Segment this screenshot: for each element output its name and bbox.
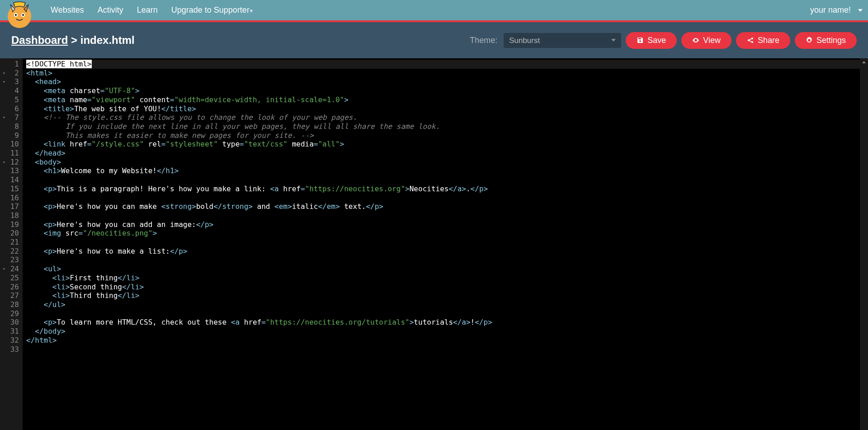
line-number: 18 — [4, 211, 19, 220]
line-number: 9 — [4, 131, 19, 140]
gear-icon — [806, 37, 813, 44]
chevron-down-icon — [858, 9, 863, 12]
line-number: 23 — [4, 255, 19, 265]
line-number: 8 — [4, 122, 19, 131]
code-line[interactable]: </ul> — [26, 300, 868, 309]
code-line[interactable]: <body> — [26, 158, 868, 167]
fold-marker-icon[interactable]: ▾ — [3, 265, 5, 274]
code-line[interactable]: <li>First thing</li> — [26, 274, 868, 283]
line-number: 14 — [4, 175, 19, 184]
settings-button[interactable]: Settings — [795, 32, 857, 49]
code-line[interactable]: <h1>Welcome to my Website!</h1> — [26, 166, 868, 175]
line-number: 15 — [4, 184, 19, 194]
line-number: 13 — [4, 166, 19, 175]
user-menu[interactable]: your name! — [810, 5, 863, 15]
code-line[interactable]: <p>Here's how you can add an image:</p> — [26, 220, 868, 229]
code-line[interactable]: <p>To learn more HTML/CSS, check out the… — [26, 318, 868, 327]
share-icon — [747, 37, 754, 44]
line-number: 17 — [4, 202, 19, 211]
fold-marker-icon[interactable]: ▾ — [3, 77, 5, 86]
code-line[interactable] — [26, 211, 868, 220]
view-button[interactable]: View — [681, 32, 731, 49]
code-line[interactable]: </html> — [26, 336, 868, 345]
line-number: 25 — [4, 274, 19, 283]
code-line[interactable]: <html> — [26, 69, 868, 78]
editor-header: Dashboard > index.html Theme: Sunburst S… — [0, 22, 868, 58]
fold-marker-icon[interactable]: ▾ — [3, 113, 5, 122]
code-line[interactable]: <ul> — [26, 265, 868, 274]
line-number: 28 — [4, 300, 19, 309]
save-button[interactable]: Save — [626, 32, 677, 49]
code-line[interactable] — [26, 175, 868, 184]
code-line[interactable]: <!DOCTYPE html> — [26, 60, 868, 69]
fold-marker-icon[interactable]: ▾ — [3, 158, 5, 167]
vertical-scrollbar[interactable] — [860, 58, 868, 430]
line-number: ▾7 — [4, 113, 19, 122]
code-line[interactable]: This makes it easier to make new pages f… — [26, 131, 868, 140]
line-number: ▾24 — [4, 265, 19, 274]
breadcrumb: Dashboard > index.html — [11, 34, 135, 47]
line-number: 27 — [4, 291, 19, 300]
code-line[interactable]: <title>The web site of YOU!</title> — [26, 104, 868, 113]
code-line[interactable]: <!-- The style.css file allows you to ch… — [26, 113, 868, 122]
line-number: 20 — [4, 229, 19, 238]
eye-icon — [692, 37, 699, 44]
breadcrumb-filename: index.html — [80, 34, 135, 46]
line-number: 33 — [4, 345, 19, 354]
code-line[interactable]: <meta charset="UTF-8"> — [26, 86, 868, 95]
share-button[interactable]: Share — [736, 32, 790, 49]
line-number: 30 — [4, 318, 19, 327]
code-line[interactable]: <p>Here's how to make a list:</p> — [26, 247, 868, 256]
line-number: 29 — [4, 309, 19, 318]
code-line[interactable]: <li>Third thing</li> — [26, 291, 868, 300]
code-line[interactable]: <p>Here's how you can make <strong>bold<… — [26, 202, 868, 211]
code-line[interactable] — [26, 238, 868, 247]
breadcrumb-separator: > — [68, 34, 80, 46]
line-number: 6 — [4, 104, 19, 113]
code-line[interactable] — [26, 255, 868, 265]
line-number: 5 — [4, 95, 19, 104]
nav-upgrade[interactable]: Upgrade to Supporter♥ — [171, 5, 253, 15]
theme-select[interactable]: Sunburst — [504, 33, 621, 48]
line-number: ▾12 — [4, 158, 19, 167]
code-line[interactable]: </head> — [26, 149, 868, 158]
code-line[interactable]: <head> — [26, 77, 868, 86]
scroll-up-icon[interactable] — [860, 58, 868, 66]
save-icon — [637, 37, 644, 44]
code-line[interactable] — [26, 309, 868, 318]
line-number: 21 — [4, 238, 19, 247]
code-line[interactable]: </body> — [26, 327, 868, 336]
code-content[interactable]: <!DOCTYPE html><html> <head> <meta chars… — [23, 58, 868, 430]
nav-activity[interactable]: Activity — [98, 5, 123, 15]
code-line[interactable]: <li>Second thing</li> — [26, 283, 868, 292]
svg-point-4 — [22, 14, 24, 16]
fold-marker-icon[interactable]: ▾ — [3, 69, 5, 78]
nav-learn[interactable]: Learn — [137, 5, 158, 15]
code-line[interactable]: <p>This is a paragraph! Here's how you m… — [26, 184, 868, 194]
heart-icon: ♥ — [250, 8, 253, 14]
line-number: 32 — [4, 336, 19, 345]
breadcrumb-dashboard-link[interactable]: Dashboard — [11, 34, 68, 46]
code-editor[interactable]: 1▾2▾3456▾7891011▾12131415161718192021222… — [0, 58, 868, 430]
line-number: ▾2 — [4, 69, 19, 78]
line-number: 1 — [4, 60, 19, 69]
line-number: 19 — [4, 220, 19, 229]
line-gutter: 1▾2▾3456▾7891011▾12131415161718192021222… — [0, 58, 23, 430]
line-number: 16 — [4, 194, 19, 203]
site-logo[interactable] — [4, 0, 35, 31]
theme-label: Theme: — [470, 36, 497, 45]
nav-links: Websites Activity Learn Upgrade to Suppo… — [51, 5, 253, 15]
code-line[interactable]: If you include the next line in all your… — [26, 122, 868, 131]
line-number: 22 — [4, 247, 19, 256]
line-number: 11 — [4, 149, 19, 158]
line-number: 31 — [4, 327, 19, 336]
svg-point-6 — [751, 38, 753, 39]
svg-point-7 — [751, 41, 753, 43]
code-line[interactable]: <meta name="viewport" content="width=dev… — [26, 95, 868, 104]
code-line[interactable]: <link href="/style.css" rel="stylesheet"… — [26, 140, 868, 149]
code-line[interactable]: <img src="/neocities.png"> — [26, 229, 868, 238]
code-line[interactable] — [26, 345, 868, 354]
nav-websites[interactable]: Websites — [51, 5, 84, 15]
code-line[interactable] — [26, 194, 868, 203]
username-label: your name! — [810, 5, 851, 15]
